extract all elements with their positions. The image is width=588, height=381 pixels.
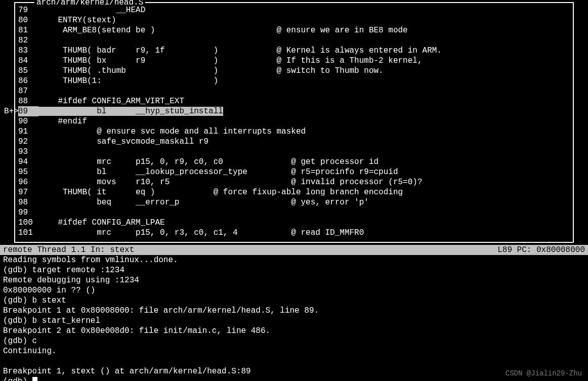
code-text: safe_svcmode_maskall r9 [38,137,208,146]
code-text: THUMB(1: ) [38,76,218,86]
code-line: 81 ARM_BE8(setend be ) @ ensure we are i… [18,25,567,35]
code-line: 90 #endif [18,116,567,126]
code-line: 98 beq __error_p @ yes, error 'p' [18,197,567,207]
line-number: 99 [18,207,38,218]
line-number: 93 [18,147,38,157]
code-text: bl __lookup_processor_type @ r5=procinfo… [38,167,398,177]
code-line: 100 #ifdef CONFIG_ARM_LPAE [18,218,567,228]
code-line: 93 [18,147,567,157]
code-line: B+>89 bl __hyp_stub_install [18,106,567,116]
code-text: ARM_BE8(setend be ) @ ensure we are in B… [38,26,408,35]
line-number: 85 [18,66,38,76]
console-line: (gdb) b stext [3,295,585,306]
line-number: 94 [18,157,38,167]
line-number: 87 [18,86,38,96]
code-text: THUMB( .thumb ) @ switch to Thumb now. [38,66,384,75]
code-line: 85 THUMB( .thumb ) @ switch to Thumb now… [18,66,567,76]
breakpoint-marker: B+> [4,106,17,116]
line-number: 90 [18,116,38,126]
code-line: 79 __HEAD [18,5,567,15]
console-line: Continuing. [3,346,585,356]
source-panel: arch/arm/kernel/head.S 79 __HEAD80 ENTRY… [14,2,574,243]
code-text: #endif [38,117,87,126]
code-text: THUMB( it eq ) @ force fixup-able long b… [38,188,403,197]
line-number: 91 [18,126,38,137]
gdb-prompt[interactable]: (gdb) [3,376,585,381]
code-line: 82 [18,35,567,46]
status-left: remote Thread 1.1 In: stext [3,245,134,255]
code-line: 96 movs r10, r5 @ invalid processor (r5=… [18,177,567,187]
code-line: 84 THUMB( bx r9 ) @ If this is a Thumb-2… [18,56,567,66]
code-text: beq __error_p @ yes, error 'p' [38,198,369,207]
code-text: @ ensure svc mode and all interrupts mas… [38,127,306,136]
code-line: 87 [18,86,567,96]
console-line: Breakpoint 1, stext () at arch/arm/kerne… [3,366,585,376]
line-number: 81 [18,25,38,35]
code-text: ENTRY(stext) [38,16,116,25]
code-text: __HEAD [38,6,145,15]
code-text: movs r10, r5 @ invalid processor (r5=0)? [38,178,423,187]
prompt-text: (gdb) [3,377,32,381]
code-line: 92 safe_svcmode_maskall r9 [18,137,567,147]
line-number: 97 [18,187,38,197]
code-line: 99 [18,207,567,218]
status-right: L89 PC: 0x80008000 [497,245,585,255]
code-text: mrc p15, 0, r3, c0, c1, 4 @ read ID_MMFR… [38,228,364,237]
code-text: #ifdef CONFIG_ARM_LPAE [38,218,165,227]
code-text: THUMB( badr r9, 1f ) @ Kernel is always … [38,46,442,55]
code-text: THUMB( bx r9 ) @ If this is a Thumb-2 ke… [38,56,423,65]
console-line: (gdb) target remote :1234 [3,265,585,275]
code-line: 86 THUMB(1: ) [18,76,567,86]
line-number: 80 [18,15,38,25]
code-text: #ifdef CONFIG_ARM_VIRT_EXT [38,97,184,106]
line-number: 95 [18,167,38,177]
line-number: 79 [18,5,38,15]
console-line: Breakpoint 2 at 0x80e008d0: file init/ma… [3,326,585,336]
line-number: 83 [18,46,38,56]
line-number: 82 [18,35,38,46]
code-line: 80 ENTRY(stext) [18,15,567,25]
line-number: 96 [18,177,38,187]
watermark: CSDN @Jialin29-Zhu [506,369,582,378]
line-number: 100 [18,218,38,228]
line-number: 92 [18,137,38,147]
cursor-icon [32,377,37,381]
code-line: 97 THUMB( it eq ) @ force fixup-able lon… [18,187,567,197]
code-line: 88 #ifdef CONFIG_ARM_VIRT_EXT [18,96,567,106]
console-line: Breakpoint 1 at 0x80008000: file arch/ar… [3,306,585,316]
line-number: 84 [18,56,38,66]
code-text: mrc p15, 0, r9, c0, c0 @ get processor i… [38,157,379,166]
console-line: (gdb) b start_kernel [3,316,585,326]
console-line: 0x80000000 in ?? () [3,285,585,295]
status-bar: remote Thread 1.1 In: stext L89 PC: 0x80… [0,245,588,255]
console-line [3,356,585,366]
console-line: (gdb) c [3,336,585,346]
line-number: 88 [18,96,38,106]
console-line: Reading symbols from vmlinux...done. [3,255,585,265]
line-number: 101 [18,228,38,238]
code-line: 95 bl __lookup_processor_type @ r5=proci… [18,167,567,177]
code-line: 101 mrc p15, 0, r3, c0, c1, 4 @ read ID_… [18,228,567,238]
code-line: 83 THUMB( badr r9, 1f ) @ Kernel is alwa… [18,46,567,56]
gdb-console[interactable]: Reading symbols from vmlinux...done.(gdb… [0,255,588,381]
line-number: 98 [18,197,38,207]
code-listing[interactable]: 79 __HEAD80 ENTRY(stext)81 ARM_BE8(seten… [15,3,573,240]
console-line: Remote debugging using :1234 [3,275,585,285]
line-number: 86 [18,76,38,86]
code-line: 94 mrc p15, 0, r9, c0, c0 @ get processo… [18,157,567,167]
code-line: 91 @ ensure svc mode and all interrupts … [18,126,567,137]
